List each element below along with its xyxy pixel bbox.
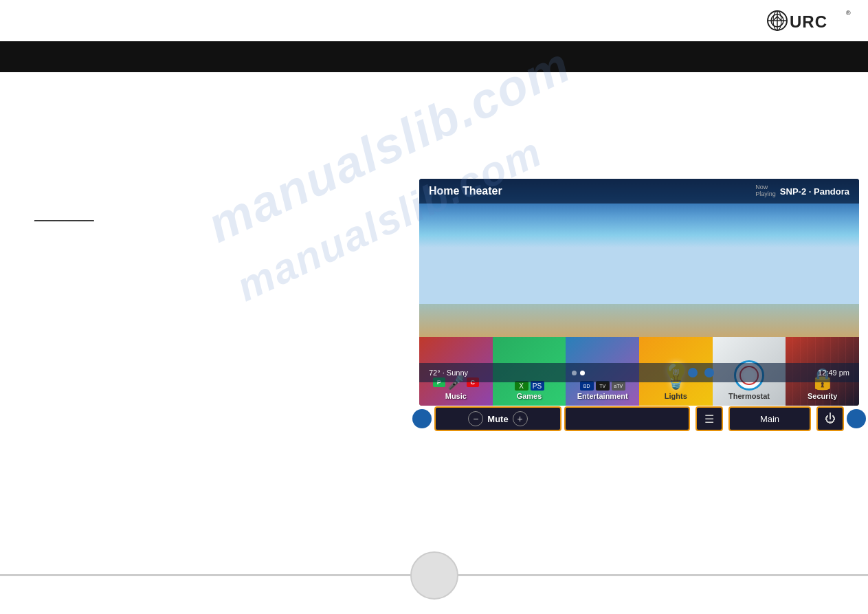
dot-2: [580, 371, 585, 375]
category-games-label: Games: [517, 392, 542, 400]
urc-logo-svg: URC ®: [765, 6, 854, 36]
now-playing-text: SNP-2 · Pandora: [780, 186, 849, 197]
power-icon: ⏻: [825, 413, 836, 425]
screen-container: Home Theater NowPlaying SNP-2 · Pandora …: [419, 179, 859, 433]
black-bar: [0, 41, 868, 72]
left-text-area: ____________: [34, 210, 378, 227]
main-label[interactable]: Main: [760, 414, 779, 424]
power-segment[interactable]: ⏻: [816, 406, 844, 431]
volume-segment: − Mute +: [434, 406, 561, 431]
screen-footer: 72° · Sunny 12:49 pm: [419, 363, 859, 382]
now-playing: NowPlaying SNP-2 · Pandora: [755, 184, 849, 198]
weather-text: 72° · Sunny: [429, 369, 468, 377]
header: URC ®: [0, 0, 868, 41]
dot-1: [572, 371, 577, 375]
remote-circle-right[interactable]: [847, 409, 866, 428]
mute-button[interactable]: Mute: [487, 414, 508, 424]
now-playing-label: NowPlaying: [755, 184, 776, 198]
nav-dot-1: [688, 368, 698, 377]
underline-decoration: ____________: [34, 211, 94, 221]
blank-segment: [564, 406, 690, 431]
main-segment: Main: [728, 406, 811, 431]
time-text: 12:49 pm: [818, 369, 849, 377]
main-content: ____________ Home Theater NowPlaying SNP…: [0, 72, 868, 614]
svg-text:URC: URC: [790, 12, 827, 31]
screen-header: Home Theater NowPlaying SNP-2 · Pandora: [419, 179, 859, 204]
menu-segment[interactable]: ☰: [695, 406, 723, 431]
volume-down-button[interactable]: −: [468, 411, 483, 426]
category-music-label: Music: [445, 392, 467, 400]
category-lights-label: Lights: [665, 392, 687, 400]
urc-logo: URC ®: [765, 6, 854, 36]
screen-title: Home Theater: [429, 185, 502, 197]
volume-up-button[interactable]: +: [513, 411, 528, 426]
remote-circle-left[interactable]: [412, 409, 432, 428]
bottom-rule: [0, 574, 868, 576]
category-security-label: Security: [808, 392, 837, 400]
nav-dot-2: [704, 368, 714, 377]
pagination-dots: [572, 371, 585, 375]
nav-indicator-dots: [688, 368, 714, 377]
menu-icon: ☰: [704, 413, 714, 426]
bottom-circle: [410, 551, 458, 600]
ui-screen: Home Theater NowPlaying SNP-2 · Pandora …: [419, 179, 859, 406]
category-entertainment-label: Entertainment: [577, 392, 628, 400]
category-thermostat-label: Thermostat: [728, 392, 770, 400]
remote-control-bar: − Mute + ☰ Main ⏻: [412, 404, 866, 433]
svg-text:®: ®: [846, 10, 851, 17]
